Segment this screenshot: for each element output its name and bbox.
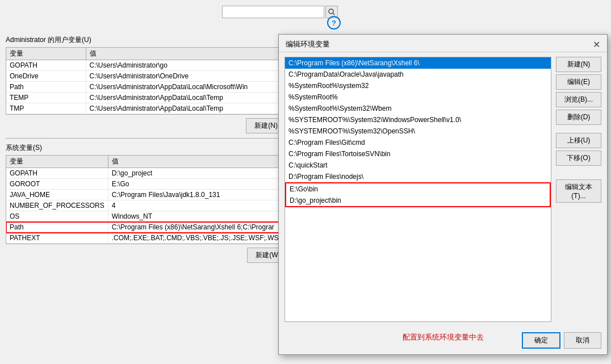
dialog-close-btn[interactable]: ✕: [591, 39, 601, 49]
list-item[interactable]: C:\ProgramData\Oracle\Java\javapath: [285, 69, 551, 80]
search-bar: [6, 6, 341, 18]
var-cell: GOPATH: [6, 60, 86, 71]
list-item[interactable]: E:\Go\bin: [286, 183, 550, 195]
list-item[interactable]: D:\go_project\bin: [286, 195, 550, 206]
list-item[interactable]: C:\Program Files\TortoiseSVN\bin: [285, 148, 551, 160]
list-item[interactable]: %SYSTEMROOT%\System32\OpenSSH\: [285, 125, 551, 137]
dialog-ok-btn[interactable]: 确定: [522, 332, 560, 349]
sys-vars-col-var: 变量: [6, 156, 108, 168]
dialog-delete-btn[interactable]: 删除(D): [556, 110, 601, 125]
dialog-titlebar: 编辑环境变量 ✕: [279, 35, 607, 52]
list-item[interactable]: %SystemRoot%\System32\Wbem: [285, 103, 551, 114]
search-input[interactable]: [222, 6, 324, 18]
path-list-container: C:\Program Files (x86)\NetSarang\Xshell …: [284, 57, 551, 322]
dialog-edit-text-btn[interactable]: 编辑文本(T)...: [556, 179, 601, 203]
var-cell: NUMBER_OF_PROCESSORS: [6, 200, 108, 211]
list-item[interactable]: %SystemRoot%\system32: [285, 80, 551, 91]
dialog-new-btn[interactable]: 新建(N): [556, 57, 601, 72]
search-icon: [328, 9, 335, 15]
list-item[interactable]: D:\Program Files\nodejs\: [285, 171, 551, 182]
dialog-browse-btn[interactable]: 浏览(B)...: [556, 92, 601, 107]
var-cell: GOPATH: [6, 168, 108, 179]
var-cell: Path: [6, 82, 86, 93]
side-buttons: 新建(N) 编辑(E) 浏览(B)... 删除(D) 上移(U) 下移(O) 编…: [556, 57, 601, 322]
dialog-move-up-btn[interactable]: 上移(U): [556, 133, 601, 148]
help-button[interactable]: ?: [327, 16, 341, 30]
dialog-edit-btn[interactable]: 编辑(E): [556, 74, 601, 90]
dialog-title: 编辑环境变量: [286, 39, 330, 49]
svg-point-0: [329, 9, 333, 14]
list-item[interactable]: C:\Program Files (x86)\NetSarang\Xshell …: [285, 57, 551, 69]
dialog-footer: 确定 取消: [522, 332, 601, 349]
dialog-body: C:\Program Files (x86)\NetSarang\Xshell …: [279, 52, 607, 327]
dialog-move-down-btn[interactable]: 下移(O): [556, 150, 601, 166]
dialog-cancel-btn[interactable]: 取消: [564, 332, 601, 349]
var-cell: Path: [6, 222, 108, 233]
var-cell: TMP: [6, 103, 86, 114]
var-cell: GOROOT: [6, 179, 108, 190]
var-cell: OS: [6, 211, 108, 222]
var-cell: TEMP: [6, 93, 86, 103]
edit-env-dialog: 编辑环境变量 ✕ C:\Program Files (x86)\NetSaran…: [278, 34, 608, 355]
var-cell: JAVA_HOME: [6, 190, 108, 200]
user-vars-col-var: 变量: [6, 48, 86, 60]
list-item[interactable]: C:\quickStart: [285, 160, 551, 171]
var-cell: PATHEXT: [6, 233, 108, 244]
list-item[interactable]: %SystemRoot%: [285, 91, 551, 103]
list-item[interactable]: %SYSTEMROOT%\System32\WindowsPowerShell\…: [285, 114, 551, 125]
list-item[interactable]: C:\Program Files\Git\cmd: [285, 137, 551, 148]
svg-line-1: [333, 13, 334, 15]
var-cell: OneDrive: [6, 71, 86, 82]
